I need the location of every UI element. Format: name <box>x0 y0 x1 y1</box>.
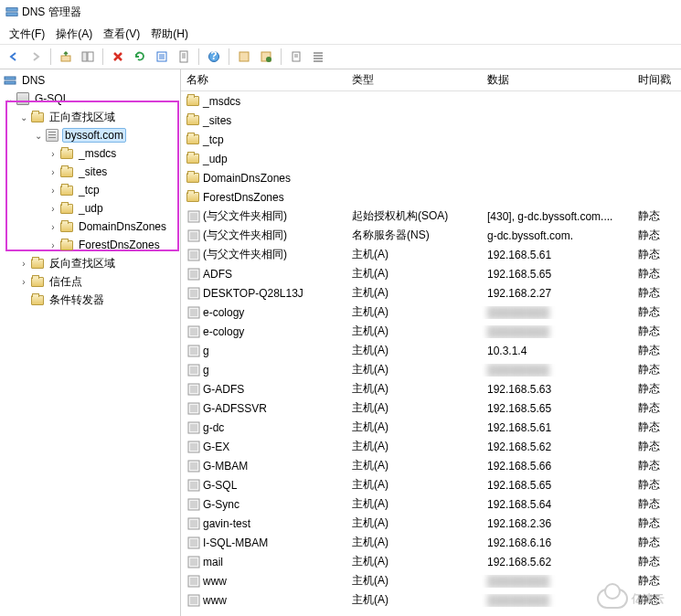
menu-help[interactable]: 帮助(H) <box>145 25 194 44</box>
folder-icon <box>31 277 44 287</box>
action-2-button[interactable] <box>256 47 276 67</box>
record-name: g <box>203 345 209 357</box>
record-row[interactable]: _udp <box>181 149 681 168</box>
col-name-header[interactable]: 名称 <box>181 72 346 88</box>
tree-child-_sites[interactable]: ›_sites <box>0 163 180 181</box>
record-icon <box>186 382 201 397</box>
tree-trust-points[interactable]: ›信任点 <box>0 272 180 291</box>
record-name: www <box>203 594 227 607</box>
expand-icon[interactable]: › <box>48 240 59 250</box>
menu-view[interactable]: 查看(V) <box>98 25 145 44</box>
menu-file[interactable]: 文件(F) <box>4 25 50 44</box>
record-row[interactable]: g主机(A)10.3.1.4静态 <box>181 341 681 360</box>
record-row[interactable]: G-Sync主机(A)192.168.5.64静态 <box>181 494 681 514</box>
record-icon <box>186 497 201 512</box>
record-row[interactable]: ADFS主机(A)192.168.5.65静态 <box>181 264 681 283</box>
tree-child-domaindnszones[interactable]: ›DomainDnsZones <box>0 218 180 236</box>
record-type: 名称服务器(NS) <box>346 228 482 243</box>
menu-action[interactable]: 操作(A) <box>50 25 98 44</box>
record-icon <box>186 305 201 320</box>
expand-icon[interactable]: › <box>48 149 59 159</box>
record-row[interactable]: G-MBAM主机(A)192.168.5.66静态 <box>181 456 681 475</box>
record-row[interactable]: DomainDnsZones <box>181 168 681 187</box>
record-icon <box>186 248 201 262</box>
tree-child-_msdcs[interactable]: ›_msdcs <box>0 144 180 163</box>
svg-rect-9 <box>239 52 249 61</box>
record-row[interactable]: I-SQL-MBAM主机(A)192.168.6.16静态 <box>181 533 681 552</box>
record-row[interactable]: e-cology主机(A)████████静态 <box>181 303 681 322</box>
record-row[interactable]: (与父文件夹相同)主机(A)192.168.5.61静态 <box>181 245 681 264</box>
refresh-button[interactable] <box>130 47 150 67</box>
record-row[interactable]: gavin-test主机(A)192.168.2.36静态 <box>181 514 681 533</box>
show-hide-button[interactable] <box>78 47 98 67</box>
tree-forward-zones[interactable]: ⌄正向查找区域 <box>0 108 180 126</box>
folder-icon <box>186 190 201 205</box>
col-data-header[interactable]: 数据 <box>482 72 633 88</box>
expand-icon[interactable]: ⌄ <box>4 94 15 104</box>
tree-child-_tcp[interactable]: ›_tcp <box>0 181 180 199</box>
record-icon <box>186 593 201 608</box>
record-row[interactable]: DESKTOP-Q28L13J主机(A)192.168.2.27静态 <box>181 283 681 303</box>
record-row[interactable]: mail主机(A)192.168.5.62静态 <box>181 552 681 571</box>
record-row[interactable]: _sites <box>181 111 681 130</box>
up-button[interactable] <box>56 47 76 67</box>
delete-button[interactable] <box>108 47 128 67</box>
back-button[interactable] <box>4 47 24 67</box>
filter-button[interactable] <box>286 47 306 67</box>
tree-child-_udp[interactable]: ›_udp <box>0 199 180 218</box>
tree-root-dns[interactable]: DNS <box>0 71 180 90</box>
folder-icon <box>31 295 44 305</box>
record-row[interactable]: G-ADFSSVR主机(A)192.168.5.65静态 <box>181 398 681 418</box>
col-type-header[interactable]: 类型 <box>346 72 482 88</box>
record-icon <box>186 440 201 454</box>
record-row[interactable]: ForestDnsZones <box>181 187 681 207</box>
record-name: (与父文件夹相同) <box>203 228 287 243</box>
tree-server[interactable]: ⌄G-SQL <box>0 90 180 108</box>
tree-child-forestdnszones[interactable]: ›ForestDnsZones <box>0 236 180 254</box>
list-button[interactable] <box>308 47 328 67</box>
record-row[interactable]: (与父文件夹相同)起始授权机构(SOA)[430], g-dc.byssoft.… <box>181 207 681 226</box>
record-data: 192.168.2.27 <box>482 287 633 300</box>
record-row[interactable]: G-SQL主机(A)192.168.5.65静态 <box>181 475 681 494</box>
expand-icon[interactable]: › <box>18 277 29 287</box>
record-row[interactable]: _tcp <box>181 130 681 149</box>
record-data: 10.3.1.4 <box>482 345 633 357</box>
record-type: 起始授权机构(SOA) <box>346 208 482 224</box>
record-row[interactable]: (与父文件夹相同)名称服务器(NS)g-dc.byssoft.com.静态 <box>181 226 681 245</box>
folder-icon <box>186 113 201 128</box>
record-type: 主机(A) <box>346 592 482 608</box>
record-type: 主机(A) <box>346 304 482 320</box>
record-row[interactable]: G-ADFS主机(A)192.168.5.63静态 <box>181 379 681 398</box>
record-row[interactable]: G-EX主机(A)192.168.5.62静态 <box>181 437 681 456</box>
tree-domain-byssoft[interactable]: ⌄byssoft.com <box>0 126 180 144</box>
record-row[interactable]: e-cology主机(A)████████静态 <box>181 322 681 341</box>
expand-icon[interactable]: › <box>48 186 59 196</box>
cloud-icon <box>597 589 628 609</box>
properties-button[interactable] <box>174 47 194 67</box>
svg-rect-31 <box>188 518 199 529</box>
zone-icon <box>46 129 59 142</box>
forward-button[interactable] <box>26 47 46 67</box>
record-type: 主机(A) <box>346 247 482 262</box>
record-timestamp: 静态 <box>633 324 681 339</box>
record-type: 主机(A) <box>346 573 482 589</box>
expand-icon[interactable]: › <box>18 259 29 269</box>
expand-icon[interactable]: › <box>48 222 59 232</box>
help-button[interactable]: ? <box>204 47 224 67</box>
record-row[interactable]: g-dc主机(A)192.168.5.61静态 <box>181 418 681 437</box>
record-row[interactable]: _msdcs <box>181 91 681 111</box>
expand-icon[interactable]: › <box>48 204 59 214</box>
expand-icon[interactable]: ⌄ <box>18 112 29 122</box>
tree-reverse-zones[interactable]: ›反向查找区域 <box>0 254 180 272</box>
tree-conditional-forwarders[interactable]: 条件转发器 <box>0 291 180 309</box>
col-timestamp-header[interactable]: 时间戳 <box>633 72 681 88</box>
record-row[interactable]: g主机(A)████████静态 <box>181 360 681 379</box>
folder-icon <box>60 204 73 214</box>
svg-rect-21 <box>188 326 199 337</box>
action-1-button[interactable] <box>234 47 254 67</box>
record-icon <box>186 209 201 224</box>
expand-icon[interactable]: › <box>48 167 59 177</box>
record-name: G-SQL <box>203 479 237 492</box>
expand-icon[interactable]: ⌄ <box>33 131 44 141</box>
export-button[interactable] <box>152 47 172 67</box>
